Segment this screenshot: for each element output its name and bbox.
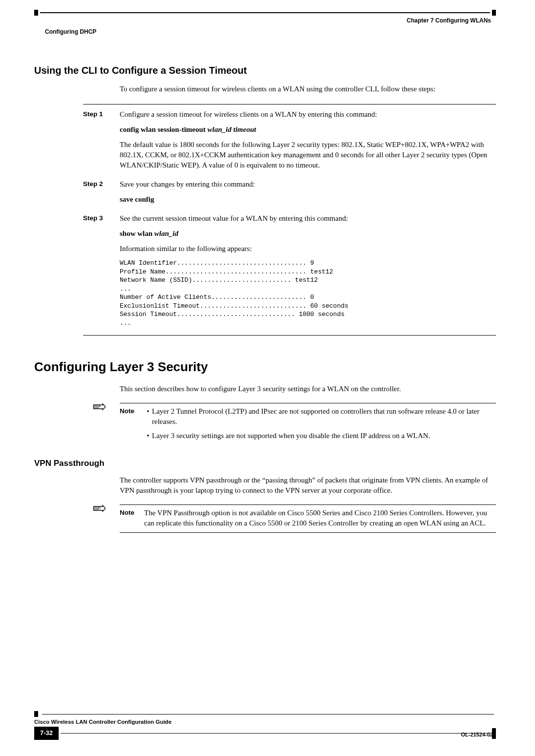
page-footer: Cisco Wireless LAN Controller Configurat… [34,711,496,738]
intro-paragraph: To configure a session timeout for wirel… [120,84,496,94]
page-header: Chapter 7 Configuring WLANs Configuring … [34,10,496,34]
step2-desc: Save your changes by entering this comma… [120,179,496,189]
heading-cli-session-timeout: Using the CLI to Configure a Session Tim… [34,63,496,77]
note-label: Note [120,508,144,528]
footer-doc-id: OL-21524-02 [461,731,493,738]
note2-body: The VPN Passthrough option is not availa… [144,508,496,528]
note-icon [93,403,106,414]
step-3: Step 3 See the current session timeout v… [83,213,496,330]
header-section: Configuring DHCP [34,28,496,36]
header-marker-left [34,10,38,16]
footer-page-num: 7-32 [34,727,59,739]
layer3-intro: This section describes how to configure … [120,384,496,394]
note1-bullet2: Layer 3 security settings are not suppor… [152,431,496,441]
heading-vpn-passthrough: VPN Passthrough [34,458,496,469]
step-label: Step 3 [83,213,120,330]
note-block-2: Note The VPN Passthrough option is not a… [93,504,496,533]
note-icon [93,504,106,515]
step-label: Step 1 [83,109,120,175]
step2-cmd: save config [120,195,154,203]
step3-desc: See the current session timeout value fo… [120,213,496,224]
step-2: Step 2 Save your changes by entering thi… [83,179,496,210]
header-chapter: Chapter 7 Configuring WLANs [407,17,491,25]
footer-title: Cisco Wireless LAN Controller Configurat… [34,718,171,726]
step3-cmd: show wlan [120,230,154,237]
step1-desc: Configure a session timeout for wireless… [120,109,496,120]
cli-output: WLAN Identifier.........................… [120,259,496,327]
steps-block: Step 1 Configure a session timeout for w… [83,104,496,336]
step3-cmd-arg: wlan_id [154,230,178,237]
step-label: Step 2 [83,179,120,210]
note-block-1: Note •Layer 2 Tunnel Protocol (L2TP) and… [93,403,496,445]
vpn-paragraph: The controller supports VPN passthrough … [120,475,496,496]
step-1: Step 1 Configure a session timeout for w… [83,109,496,175]
heading-layer3-security: Configuring Layer 3 Security [34,358,496,376]
step1-cmd-arg: wlan_id timeout [208,126,257,133]
note-label: Note [120,406,144,445]
note1-bullet1: Layer 2 Tunnel Protocol (L2TP) and IPsec… [152,406,496,427]
step1-cmd: config wlan session-timeout [120,126,208,133]
step1-explain: The default value is 1800 seconds for th… [120,140,496,170]
header-marker-right [492,10,496,16]
step3-info: Information similar to the following app… [120,244,496,254]
